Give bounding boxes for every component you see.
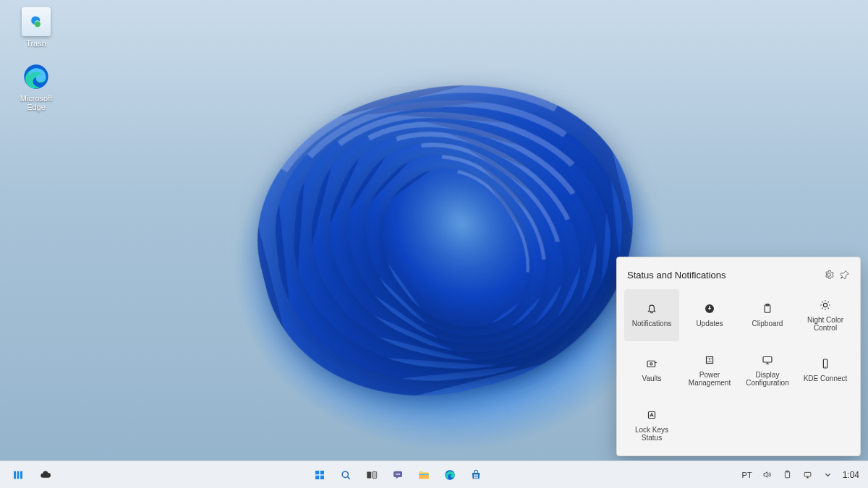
svg-point-4 [823, 303, 827, 307]
svg-rect-38 [804, 472, 811, 476]
taskbar-taskview[interactable] [361, 464, 383, 486]
svg-point-8 [707, 358, 708, 359]
svg-rect-16 [14, 471, 16, 479]
svg-point-14 [825, 367, 825, 367]
tile-updates[interactable]: Updates [682, 289, 737, 341]
svg-rect-5 [647, 361, 655, 367]
tray-clock[interactable]: 1:04 [841, 464, 861, 486]
svg-point-23 [342, 471, 348, 477]
desktop-icon-edge[interactable]: Microsoft Edge [7, 62, 65, 111]
taskbar-start[interactable] [309, 464, 331, 486]
configure-button[interactable] [821, 267, 837, 283]
brightness-icon [819, 299, 832, 312]
gear-icon [824, 270, 834, 280]
tile-label: Clipboard [749, 320, 786, 328]
tile-clipboard[interactable]: Clipboard [740, 289, 795, 341]
svg-rect-25 [373, 471, 377, 478]
svg-rect-24 [367, 471, 372, 478]
svg-point-6 [650, 363, 652, 365]
tile-label: Power Management [682, 371, 737, 388]
tray-network[interactable] [801, 464, 815, 486]
svg-rect-22 [320, 475, 324, 479]
taskbar-cloud[interactable] [35, 464, 56, 486]
tray-keyboard-layout[interactable]: PT [740, 464, 754, 486]
tile-notifications[interactable]: Notifications [624, 289, 679, 341]
svg-rect-21 [315, 475, 319, 479]
trash-icon [22, 7, 51, 36]
taskview-icon [365, 468, 378, 481]
svg-rect-18 [20, 471, 22, 479]
svg-rect-19 [315, 471, 319, 474]
windows-icon [313, 468, 326, 481]
svg-rect-34 [475, 476, 476, 478]
chat-icon [391, 468, 404, 481]
vaults-icon [645, 357, 658, 370]
tray-clipboard[interactable] [780, 464, 795, 486]
svg-point-27 [396, 473, 397, 474]
network-icon [802, 469, 813, 480]
svg-point-10 [707, 361, 708, 361]
popup-title: Status and Notifications [624, 270, 821, 281]
lockkeys-icon [645, 408, 658, 421]
svg-rect-32 [475, 474, 476, 476]
tile-power[interactable]: Power Management [682, 344, 737, 396]
svg-point-9 [711, 358, 712, 359]
search-icon [339, 468, 352, 481]
taskbar-kickoff[interactable] [7, 464, 29, 486]
clipboard-icon [782, 469, 793, 480]
tile-vaults[interactable]: Vaults [624, 344, 679, 396]
svg-point-11 [711, 361, 712, 361]
tile-kdeconnect[interactable]: KDE Connect [798, 344, 853, 396]
tile-display[interactable]: Display Configuration [740, 344, 795, 396]
svg-rect-20 [320, 471, 324, 474]
svg-rect-17 [17, 471, 20, 479]
edge-icon [443, 468, 456, 481]
bell-icon [645, 302, 658, 315]
tray-expand[interactable] [821, 464, 835, 486]
tile-night-color[interactable]: Night Color Control [798, 289, 853, 341]
tile-label: Lock Keys Status [624, 426, 679, 442]
tile-label: Night Color Control [798, 316, 853, 333]
desktop-icon-label: Trash [26, 39, 46, 48]
pin-icon [840, 270, 850, 280]
taskbar-search[interactable] [335, 464, 357, 486]
systray-popup: Status and Notifications Notifications U… [616, 257, 861, 456]
power-icon [703, 354, 716, 367]
updates-icon [703, 302, 716, 315]
chevron-down-icon [822, 469, 833, 480]
folder-icon [417, 468, 430, 481]
taskbar-store[interactable] [465, 464, 487, 486]
tile-label: Vaults [639, 374, 664, 383]
tile-label: Display Configuration [740, 371, 795, 388]
volume-icon [762, 469, 773, 480]
desktop-icon-label: Microsoft Edge [20, 94, 53, 111]
tray-volume[interactable] [760, 464, 775, 486]
app-launcher-icon [12, 468, 25, 481]
svg-rect-12 [763, 356, 772, 362]
cloud-icon [39, 468, 52, 481]
taskbar: PT 1:04 [0, 461, 868, 488]
taskbar-edge[interactable] [439, 464, 461, 486]
svg-point-29 [399, 473, 401, 474]
phone-icon [819, 357, 832, 370]
tile-lockkeys[interactable]: Lock Keys Status [624, 399, 679, 451]
popup-header: Status and Notifications [624, 265, 853, 285]
display-icon [761, 354, 774, 367]
desktop-icon-trash[interactable]: Trash [7, 7, 65, 48]
clipboard-icon [761, 302, 774, 315]
tile-label: Notifications [629, 320, 674, 328]
taskbar-explorer[interactable] [413, 464, 435, 486]
svg-point-28 [397, 473, 399, 474]
popup-tile-grid: Notifications Updates Clipboard Night Co… [624, 289, 853, 451]
svg-rect-35 [477, 476, 478, 478]
tile-label: KDE Connect [801, 374, 851, 383]
svg-rect-30 [420, 474, 430, 475]
pin-button[interactable] [837, 267, 853, 283]
tile-label: Updates [693, 320, 726, 328]
store-icon [469, 468, 482, 481]
edge-icon [22, 62, 51, 91]
svg-rect-33 [477, 474, 478, 476]
taskbar-chat[interactable] [387, 464, 409, 486]
